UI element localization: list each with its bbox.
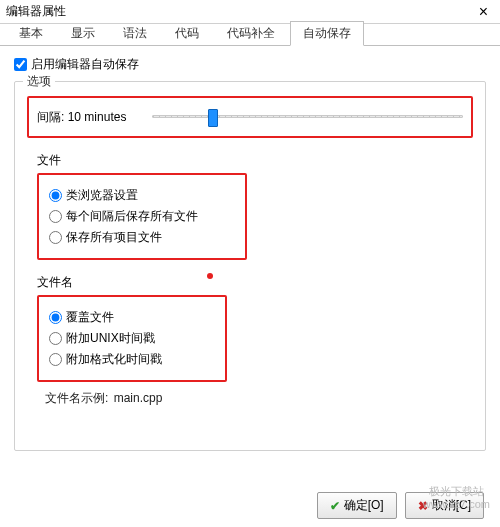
tab-code[interactable]: 代码 bbox=[162, 21, 212, 45]
dialog-buttons: ✔ 确定[O] ✖ 取消[C] bbox=[317, 492, 484, 519]
filename-radio-group: 覆盖文件 附加UNIX时间戳 附加格式化时间戳 bbox=[37, 295, 227, 382]
cancel-button[interactable]: ✖ 取消[C] bbox=[405, 492, 484, 519]
tab-content: 启用编辑器自动保存 选项 间隔: 10 minutes 文件 类浏览器设置 bbox=[0, 46, 500, 461]
file-section-label: 文件 bbox=[37, 152, 473, 169]
enable-autosave-label: 启用编辑器自动保存 bbox=[31, 56, 139, 73]
interval-label: 间隔: 10 minutes bbox=[37, 109, 126, 126]
tab-code-completion[interactable]: 代码补全 bbox=[214, 21, 288, 45]
filename-section-label: 文件名 bbox=[37, 274, 473, 291]
filename-radio-unix-ts[interactable]: 附加UNIX时间戳 bbox=[49, 330, 215, 347]
tab-basic[interactable]: 基本 bbox=[6, 21, 56, 45]
filename-radio-formatted-ts[interactable]: 附加格式化时间戳 bbox=[49, 351, 215, 368]
enable-autosave-checkbox[interactable]: 启用编辑器自动保存 bbox=[14, 56, 486, 73]
tab-display[interactable]: 显示 bbox=[58, 21, 108, 45]
interval-slider[interactable] bbox=[152, 107, 463, 127]
options-group-title: 选项 bbox=[23, 73, 55, 90]
close-icon[interactable]: × bbox=[473, 4, 494, 20]
file-radio-browser[interactable]: 类浏览器设置 bbox=[49, 187, 235, 204]
tab-autosave[interactable]: 自动保存 bbox=[290, 21, 364, 46]
file-radio-interval-save[interactable]: 每个间隔后保存所有文件 bbox=[49, 208, 235, 225]
annotation-dot bbox=[207, 273, 213, 279]
interval-row: 间隔: 10 minutes bbox=[37, 104, 463, 130]
options-group: 选项 间隔: 10 minutes 文件 类浏览器设置 每个间隔 bbox=[14, 81, 486, 451]
tab-syntax[interactable]: 语法 bbox=[110, 21, 160, 45]
slider-track bbox=[152, 115, 463, 118]
slider-thumb[interactable] bbox=[208, 109, 218, 127]
filename-example: 文件名示例: main.cpp bbox=[45, 390, 473, 407]
window-title: 编辑器属性 bbox=[6, 3, 66, 20]
ok-button[interactable]: ✔ 确定[O] bbox=[317, 492, 397, 519]
x-icon: ✖ bbox=[418, 499, 428, 513]
filename-radio-overwrite[interactable]: 覆盖文件 bbox=[49, 309, 215, 326]
enable-autosave-input[interactable] bbox=[14, 58, 27, 71]
check-icon: ✔ bbox=[330, 499, 340, 513]
interval-highlight: 间隔: 10 minutes bbox=[27, 96, 473, 138]
tabs: 基本 显示 语法 代码 代码补全 自动保存 bbox=[0, 24, 500, 46]
file-radio-group: 类浏览器设置 每个间隔后保存所有文件 保存所有项目文件 bbox=[37, 173, 247, 260]
file-radio-project-save[interactable]: 保存所有项目文件 bbox=[49, 229, 235, 246]
